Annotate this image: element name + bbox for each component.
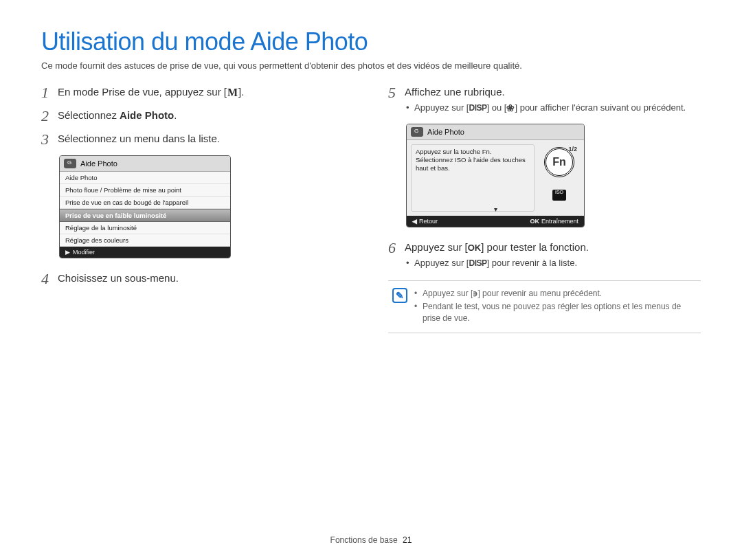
camera-screen-detail: Aide Photo 1/2 Appuyez sur la touche Fn.…: [406, 124, 585, 227]
screen-menu-list: Aide Photo Photo floue / Problème de mis…: [60, 172, 230, 247]
camera-mode-icon: [64, 159, 76, 168]
two-column-layout: 1 En mode Prise de vue, appuyez sur [M].…: [41, 85, 701, 333]
page-footer: Fonctions de base 21: [0, 535, 742, 545]
fn-illustration: Fn ISO: [539, 144, 580, 212]
disp-icon: DISP: [469, 102, 487, 114]
back-label: Retour: [419, 218, 438, 225]
step-4: 4 Choisissez un sous-menu.: [41, 271, 354, 287]
note-icon: ✎: [392, 288, 407, 303]
note-post: ] pour revenir au menu précédent.: [477, 289, 602, 298]
step-2-bold: Aide Photo: [120, 109, 174, 121]
list-item: Réglage des couleurs: [60, 234, 230, 247]
camera-mode-icon: [411, 127, 423, 137]
screen-header: Aide Photo: [60, 156, 230, 172]
list-item-selected: Prise de vue en faible luminosité: [60, 209, 230, 222]
step-2-pre: Sélectionnez: [58, 109, 120, 121]
page-title: Utilisation du mode Aide Photo: [41, 27, 701, 56]
screen-footer: ▶Modifier: [60, 247, 230, 258]
bullet-item: • Appuyez sur [DISP] pour revenir à la l…: [406, 257, 701, 269]
list-item: Réglage de la luminosité: [60, 222, 230, 234]
step-1: 1 En mode Prise de vue, appuyez sur [M].: [41, 85, 354, 101]
intro-text: Ce mode fournit des astuces de prise de …: [41, 60, 701, 71]
left-column: 1 En mode Prise de vue, appuyez sur [M].…: [41, 85, 354, 333]
list-item: Prise de vue en cas de bougé de l'appare…: [60, 197, 230, 209]
ok-icon: OK: [530, 218, 539, 225]
step-2-text: Sélectionnez Aide Photo.: [58, 109, 177, 121]
bullet-dot-icon: •: [414, 301, 423, 324]
bullet-dot-icon: •: [414, 288, 423, 300]
screen-footer: ◀Retour OKEntraînement: [407, 216, 584, 227]
step-6-post: ] pour tester la fonction.: [481, 241, 589, 253]
note-bullet: • Pendant le test, vous ne pouvez pas ré…: [414, 301, 697, 324]
step-1-text: En mode Prise de vue, appuyez sur [M].: [58, 86, 244, 98]
bullet-post: ] pour revenir à la liste.: [487, 258, 578, 268]
step-6: 6 Appuyez sur [OK] pour tester la foncti…: [388, 240, 701, 271]
step-6-pre: Appuyez sur [: [405, 241, 468, 253]
step-number: 6: [388, 240, 405, 256]
left-arrow-icon: ◀: [412, 218, 417, 225]
step-6-text: Appuyez sur [OK] pour tester la fonction…: [405, 241, 589, 253]
step-4-text: Choisissez un sous-menu.: [58, 272, 179, 284]
step-number: 5: [388, 85, 405, 101]
instruction-box: Appuyez sur la touche Fn. Sélectionnez I…: [411, 144, 535, 212]
m-icon: M: [227, 85, 238, 100]
page-indicator: 1/2: [568, 146, 577, 153]
bullet-mid: ] ou [: [487, 102, 507, 113]
right-column: 5 Affichez une rubrique. • Appuyez sur […: [388, 85, 701, 333]
footer-action: Modifier: [73, 249, 95, 256]
step-number: 4: [41, 271, 58, 287]
bullet-pre: Appuyez sur [: [414, 258, 469, 268]
step-number: 3: [41, 131, 58, 148]
train-label: Entraînement: [541, 218, 578, 225]
list-item: Aide Photo: [60, 172, 230, 184]
screen-title: Aide Photo: [427, 128, 464, 136]
step-1-pre: En mode Prise de vue, appuyez sur [: [58, 86, 227, 98]
iso-icon: ISO: [552, 190, 566, 201]
step-5: 5 Affichez une rubrique. • Appuyez sur […: [388, 85, 701, 117]
list-item: Photo floue / Problème de mise au point: [60, 184, 230, 197]
step-2: 2 Sélectionnez Aide Photo.: [41, 108, 354, 124]
camera-screen-menu: Aide Photo Aide Photo Photo floue / Prob…: [59, 155, 231, 258]
note-callout: ✎ • Appuyez sur [϶] pour revenir au menu…: [388, 280, 701, 333]
bullet-post: ] pour afficher l'écran suivant ou précé…: [515, 102, 686, 113]
step-5-text: Affichez une rubrique.: [405, 86, 505, 98]
step-number: 1: [41, 85, 58, 101]
screen-body: 1/2 Appuyez sur la touche Fn. Sélectionn…: [407, 140, 584, 216]
macro-flower-icon: ❀: [506, 102, 515, 115]
right-arrow-icon: ▶: [65, 249, 70, 256]
bullet-dot-icon: •: [406, 102, 414, 115]
step-2-post: .: [174, 109, 177, 121]
note-text: Pendant le test, vous ne pouvez pas régl…: [423, 301, 697, 324]
screen-title: Aide Photo: [80, 159, 117, 168]
ok-icon: OK: [468, 242, 482, 254]
disp-icon: DISP: [469, 258, 487, 269]
step-3-text: Sélectionnez un menu dans la liste.: [58, 133, 220, 144]
note-pre: Appuyez sur [: [423, 289, 473, 298]
bullet-pre: Appuyez sur [: [414, 102, 469, 113]
screen-header: Aide Photo: [407, 124, 584, 140]
footer-page-number: 21: [403, 535, 412, 545]
chevron-down-icon: ▾: [494, 205, 497, 213]
bullet-dot-icon: •: [406, 257, 414, 269]
note-bullet: • Appuyez sur [϶] pour revenir au menu p…: [414, 288, 697, 300]
step-3: 3 Sélectionnez un menu dans la liste.: [41, 131, 354, 148]
bullet-item: • Appuyez sur [DISP] ou [❀] pour affiche…: [406, 102, 701, 115]
step-1-post: ].: [238, 86, 244, 98]
footer-section: Fonctions de base: [330, 535, 398, 545]
step-number: 2: [41, 108, 58, 124]
